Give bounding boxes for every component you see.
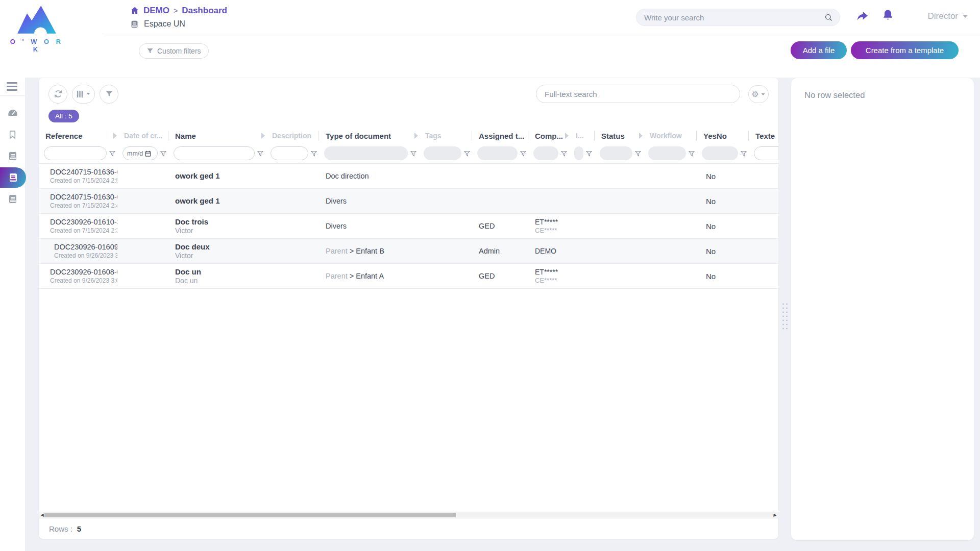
- doc-assigned: GED: [472, 222, 528, 230]
- doc-created: Created on 7/15/2024 2:37:30 AM: [50, 227, 117, 234]
- breadcrumb-current[interactable]: Dashboard: [182, 6, 227, 16]
- column-header-reference[interactable]: Reference: [39, 128, 117, 143]
- sidebar-item-bookmarks[interactable]: [0, 124, 25, 145]
- column-header-i[interactable]: I...: [569, 128, 595, 143]
- column-header-workflow[interactable]: Workflow: [643, 128, 697, 143]
- refresh-icon: [54, 89, 63, 98]
- global-search-input[interactable]: [643, 13, 824, 22]
- column-header-description[interactable]: Description: [265, 128, 319, 143]
- user-role-menu[interactable]: Director: [927, 11, 968, 21]
- app-logo[interactable]: O ' W O R K: [8, 4, 65, 53]
- filter-select-status[interactable]: [600, 146, 632, 160]
- filter-button[interactable]: [100, 85, 118, 104]
- sort-triangle-icon: [639, 133, 643, 139]
- filter-funnel-icon[interactable]: [520, 151, 526, 157]
- table-row[interactable]: DOC230926-01610-3 Created on 7/15/2024 2…: [39, 214, 778, 239]
- scrollbar-thumb[interactable]: [44, 513, 456, 517]
- bell-icon: [881, 9, 894, 22]
- breadcrumb: DEMO > Dashboard Espace UN: [130, 6, 227, 29]
- table-footer: Rows : 5: [39, 518, 778, 539]
- column-header-tags[interactable]: Tags: [419, 128, 472, 143]
- scroll-right-arrow[interactable]: ▶: [772, 512, 778, 518]
- filter-select-workflow[interactable]: [648, 146, 686, 160]
- column-picker-button[interactable]: [72, 85, 95, 104]
- share-button[interactable]: [855, 9, 869, 24]
- add-file-button[interactable]: Add a file: [791, 41, 847, 59]
- filter-funnel-icon[interactable]: [257, 151, 263, 157]
- table-row[interactable]: w DOC230926-01609-0 Created on 9/26/2023…: [39, 239, 778, 264]
- create-from-template-button[interactable]: Create from a template: [851, 41, 959, 59]
- column-header-type-of-document[interactable]: Type of document: [319, 128, 419, 143]
- sidebar-item-ged-active[interactable]: [0, 167, 26, 188]
- filter-select-company[interactable]: [533, 146, 558, 160]
- filter-funnel-icon[interactable]: [741, 151, 747, 157]
- bookmark-icon: [8, 130, 17, 140]
- table-row[interactable]: DOC240715-01630-0 Created on 7/15/2024 2…: [39, 189, 778, 214]
- filter-funnel-icon[interactable]: [109, 151, 115, 157]
- sidebar-item-documents[interactable]: [0, 146, 25, 166]
- table-toolbar: ⚙: [39, 78, 778, 110]
- custom-filters-button[interactable]: Custom filters: [139, 43, 209, 59]
- filter-funnel-icon[interactable]: [561, 151, 567, 157]
- rows-label: Rows :: [49, 524, 72, 533]
- all-rows-badge[interactable]: All : 5: [48, 110, 79, 122]
- breadcrumb-separator: >: [174, 7, 178, 15]
- top-header: O ' W O R K DEMO > Dashboard Espace UN: [0, 0, 980, 78]
- book-icon: [8, 151, 18, 161]
- filter-funnel-icon[interactable]: [586, 151, 592, 157]
- refresh-button[interactable]: [48, 85, 67, 104]
- column-header-yesno[interactable]: YesNo: [697, 128, 749, 143]
- search-icon[interactable]: [824, 13, 833, 22]
- table-filter-row: mm/d: [39, 143, 778, 164]
- column-header-status[interactable]: Status: [595, 128, 643, 143]
- doc-assigned: GED: [472, 272, 528, 280]
- gear-icon: ⚙: [751, 89, 758, 99]
- doc-name: owork ged 1: [175, 196, 265, 205]
- filter-funnel-icon[interactable]: [410, 151, 416, 157]
- table-row[interactable]: DOC240715-01636-0 Created on 7/15/2024 2…: [39, 164, 778, 189]
- home-icon[interactable]: [130, 6, 139, 15]
- column-header-texte[interactable]: Texte: [749, 128, 778, 143]
- notifications-button[interactable]: [881, 9, 894, 24]
- book-icon: [8, 194, 18, 204]
- filter-date-created[interactable]: mm/d: [122, 146, 158, 160]
- filter-input-description[interactable]: [271, 146, 308, 160]
- column-header-assigned-to[interactable]: Assigned t...: [472, 128, 528, 143]
- column-header-name[interactable]: Name: [168, 128, 265, 143]
- doc-assigned: Admin: [472, 247, 528, 255]
- chevron-down-icon: [87, 93, 90, 95]
- menu-toggle-button[interactable]: [0, 78, 25, 96]
- filter-select-yesno[interactable]: [702, 146, 738, 160]
- breadcrumb-root[interactable]: DEMO: [143, 6, 169, 16]
- filter-select-type[interactable]: [324, 146, 408, 160]
- filter-input-reference[interactable]: [44, 146, 107, 160]
- column-header-company[interactable]: Comp...: [528, 128, 569, 143]
- column-header-date-of-creation[interactable]: Date of cr...: [117, 128, 168, 143]
- sidebar-item-dashboard[interactable]: [0, 103, 25, 123]
- filter-select-assigned[interactable]: [477, 146, 518, 160]
- doc-reference: DOC240715-01636-0: [50, 168, 117, 176]
- filter-select-i[interactable]: [574, 146, 583, 160]
- sidebar-item-archives[interactable]: [0, 189, 25, 209]
- panel-resize-handle[interactable]: [781, 302, 789, 332]
- filter-funnel-icon[interactable]: [689, 151, 695, 157]
- fulltext-search-input[interactable]: [536, 85, 740, 103]
- filter-input-name[interactable]: [174, 146, 255, 160]
- doc-created: Created on 9/26/2023 3:08:43 AM: [50, 277, 117, 284]
- doc-yesno: No: [697, 172, 749, 181]
- filter-funnel-icon[interactable]: [160, 151, 166, 157]
- filter-select-tags[interactable]: [424, 146, 461, 160]
- doc-yesno: No: [697, 247, 749, 256]
- filter-funnel-icon[interactable]: [635, 151, 641, 157]
- table-row[interactable]: DOC230926-01608-0 Created on 9/26/2023 3…: [39, 264, 778, 289]
- filter-funnel-icon: [146, 47, 154, 55]
- filter-funnel-icon[interactable]: [464, 151, 470, 157]
- table-settings-button[interactable]: ⚙: [748, 85, 769, 103]
- filter-input-texte[interactable]: [754, 146, 778, 160]
- chevron-down-icon: [963, 15, 968, 18]
- horizontal-scrollbar[interactable]: ◀ ▶: [39, 512, 778, 518]
- doc-name: Doc un: [175, 267, 265, 276]
- no-row-selected-message: No row selected: [791, 78, 974, 112]
- filter-funnel-icon[interactable]: [311, 151, 317, 157]
- header-divider: [104, 36, 980, 36]
